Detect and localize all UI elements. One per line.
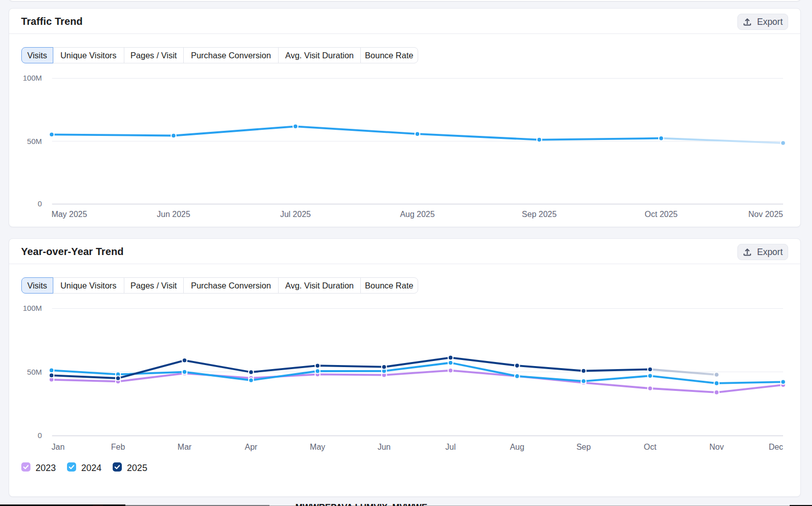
svg-text:May 2025: May 2025 xyxy=(51,210,87,219)
svg-text:Aug 2025: Aug 2025 xyxy=(400,210,435,219)
svg-text:Feb: Feb xyxy=(111,443,125,451)
svg-text:Apr: Apr xyxy=(245,443,258,451)
svg-text:Nov: Nov xyxy=(709,443,724,451)
svg-text:0: 0 xyxy=(38,431,42,440)
svg-text:Dec: Dec xyxy=(769,443,783,451)
svg-text:100M: 100M xyxy=(23,74,42,82)
svg-text:0: 0 xyxy=(38,199,42,208)
svg-text:Mar: Mar xyxy=(178,443,192,451)
svg-text:Jun: Jun xyxy=(378,443,391,451)
svg-text:Sep 2025: Sep 2025 xyxy=(522,210,557,219)
svg-text:Jul: Jul xyxy=(446,443,456,451)
svg-text:Oct: Oct xyxy=(644,443,657,451)
svg-text:Oct 2025: Oct 2025 xyxy=(645,210,678,219)
svg-text:50M: 50M xyxy=(27,137,42,146)
svg-text:Jan: Jan xyxy=(52,443,65,451)
svg-text:Nov 2025: Nov 2025 xyxy=(749,210,784,219)
svg-text:Jul 2025: Jul 2025 xyxy=(280,210,311,219)
svg-text:May: May xyxy=(310,443,325,451)
svg-text:Aug: Aug xyxy=(510,443,524,451)
svg-text:100M: 100M xyxy=(23,304,42,312)
svg-text:Jun 2025: Jun 2025 xyxy=(157,210,190,219)
svg-text:Sep: Sep xyxy=(577,443,591,451)
svg-text:50M: 50M xyxy=(27,368,42,376)
